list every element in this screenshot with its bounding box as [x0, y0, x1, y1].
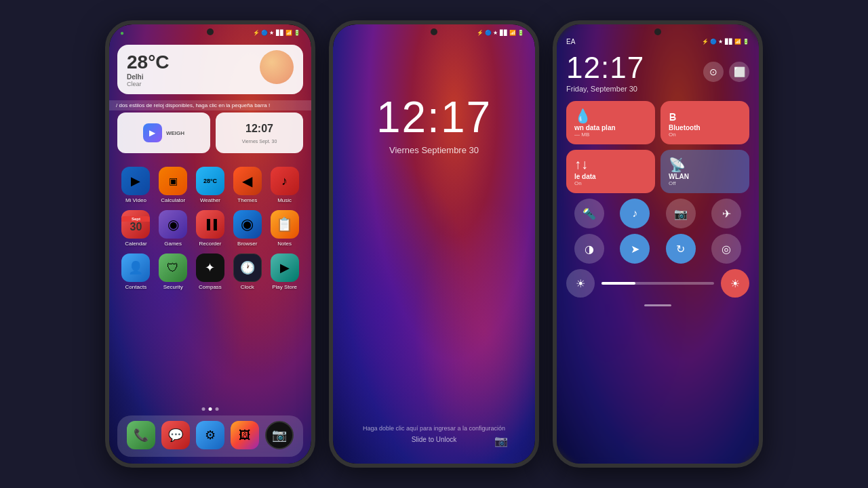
mivideo-label: Mi Video [125, 197, 146, 203]
signal-dot: ● [120, 29, 124, 37]
themes-icon: ◀ [233, 167, 262, 195]
dock-gallery[interactable]: 🖼 [231, 421, 259, 449]
status-left: ● [120, 29, 124, 37]
notch-lock [431, 28, 437, 35]
app-security[interactable]: 🛡 Security [155, 253, 191, 290]
dot-2 [209, 407, 212, 411]
dock-message[interactable]: 💬 [161, 421, 190, 449]
home-screen: ● ⚡ 🔵 ★ ▊▊ 📶 🔋 28°C Delhi Clear / dos es… [109, 24, 311, 464]
ticker-text: / dos estilos de reloj disponibles, haga… [116, 102, 270, 108]
app-contacts[interactable]: 👤 Contacts [118, 253, 153, 290]
cc-top-icons: ⊙ ⬜ [703, 62, 749, 82]
calculator-label: Calculator [161, 197, 185, 203]
mini-widgets: ▶ WEIGH 12:07 Viernes Sept. 30 [117, 113, 303, 153]
control-bg: EA ⚡ 🔵 ★ ▊▊ 📶 🔋 12:17 Friday, September … [557, 24, 759, 464]
lock-camera-icon[interactable]: 📷 [494, 434, 508, 447]
cc-tiles-row2: ↑↓ le data On 📡 WLAN Off [566, 150, 749, 193]
cc-tile-bluetooth[interactable]: ʙ Bluetooth On [660, 101, 749, 144]
recorder-icon: ▐▐ [196, 210, 224, 239]
app-calculator[interactable]: ▣ Calculator [155, 167, 191, 203]
security-icon: 🛡 [159, 253, 187, 282]
app-mivideo[interactable]: ▶ Mi Video [118, 167, 153, 203]
notch-control [654, 28, 661, 35]
recorder-label: Recorder [199, 241, 222, 247]
cc-brightness-slider[interactable] [601, 282, 714, 285]
status-icons: ⚡ 🔵 ★ ▊▊ 📶 🔋 [253, 30, 300, 36]
cc-wlan-sublabel: Off [669, 180, 741, 186]
cc-wlan-text: WLAN Off [669, 173, 741, 186]
cc-btn-sync[interactable]: ↻ [666, 234, 696, 264]
cc-brightness-high[interactable]: ☀ [721, 269, 749, 298]
compass-label: Compass [199, 284, 222, 290]
cc-btn-airplane[interactable]: ✈ [711, 199, 741, 228]
app-grid: ▶ Mi Video ▣ Calculator 28°C Weather ◀ T… [117, 167, 303, 297]
lock-bg: ⚡ 🔵 ★ ▊▊ 📶 🔋 12:17 Viernes Septiembre 30… [333, 24, 535, 464]
cc-wlan-icon: 📡 [669, 157, 686, 173]
app-playstore[interactable]: ▶ Play Store [267, 253, 302, 290]
cc-time-row: 12:17 Friday, September 30 ⊙ ⬜ [566, 51, 749, 93]
mivideo-icon: ▶ [121, 167, 150, 195]
cc-date: Friday, September 30 [566, 85, 644, 93]
dock-camera[interactable]: 📷 [265, 421, 294, 449]
games-label: Games [164, 241, 182, 247]
dock-settings[interactable]: ⚙ [196, 421, 224, 449]
cc-tile-data[interactable]: 💧 wn data plan — MB [566, 101, 655, 144]
cc-tile-bt-header: ʙ [669, 108, 741, 124]
notes-icon: 📋 [271, 210, 299, 239]
app-games[interactable]: ◉ Games [155, 210, 191, 247]
clock-label: Clock [241, 284, 254, 290]
cc-tiles-row1: 💧 wn data plan — MB ʙ Bluetooth [566, 101, 749, 144]
playstore-icon: ▶ [271, 253, 299, 282]
cc-time-date: 12:17 Friday, September 30 [566, 51, 644, 93]
cc-wlan-label: WLAN [669, 173, 741, 180]
video-widget[interactable]: ▶ WEIGH [117, 113, 210, 153]
app-themes[interactable]: ◀ Themes [230, 167, 265, 203]
clock-widget[interactable]: 12:07 Viernes Sept. 30 [216, 113, 303, 153]
cc-mdata-text: le data On [574, 173, 647, 186]
app-calendar[interactable]: Sept 30 Calendar [118, 210, 153, 247]
cc-settings-icon[interactable]: ⊙ [703, 62, 724, 82]
app-clock[interactable]: 🕐 Clock [230, 253, 265, 290]
cc-tile-mobiledata[interactable]: ↑↓ le data On [566, 150, 655, 193]
phone-control: EA ⚡ 🔵 ★ ▊▊ 📶 🔋 12:17 Friday, September … [553, 20, 763, 468]
app-compass[interactable]: ✦ Compass [193, 253, 228, 290]
cc-btn-location[interactable]: ➤ [620, 234, 650, 264]
games-icon: ◉ [159, 210, 187, 239]
cc-small-row1: 🔦 ♪ 📷 ✈ [566, 199, 749, 228]
cc-tile-data-header: 💧 [574, 108, 647, 124]
cc-btn-music[interactable]: ♪ [620, 199, 650, 228]
themes-label: Themes [237, 197, 257, 203]
weather-widget[interactable]: 28°C Delhi Clear [117, 45, 303, 94]
cc-brightness-row: ☀ ☀ [566, 269, 749, 298]
app-browser[interactable]: ◉ Browser [230, 210, 265, 247]
cc-data-sublabel: — MB [574, 131, 647, 138]
cc-handle [644, 304, 671, 306]
cc-tile-wlan[interactable]: 📡 WLAN Off [660, 150, 749, 193]
app-row-2: Sept 30 Calendar ◉ Games ▐▐ Recorder [117, 210, 303, 247]
cc-btn-torch[interactable]: 🔦 [574, 199, 604, 228]
app-recorder[interactable]: ▐▐ Recorder [193, 210, 228, 247]
ticker-bar: / dos estilos de reloj disponibles, haga… [109, 100, 311, 110]
home-bg: ● ⚡ 🔵 ★ ▊▊ 📶 🔋 28°C Delhi Clear / dos es… [109, 24, 311, 464]
phone-lock: ⚡ 🔵 ★ ▊▊ 📶 🔋 12:17 Viernes Septiembre 30… [329, 20, 539, 468]
cc-mdata-label: le data [574, 173, 647, 180]
cc-bt-sublabel: On [669, 131, 741, 138]
widget-clock-time: 12:07 [245, 123, 273, 135]
cc-small-row2: ◑ ➤ ↻ ◎ [566, 234, 749, 264]
app-notes[interactable]: 📋 Notes [267, 210, 302, 247]
cc-btn-invert[interactable]: ◑ [574, 234, 604, 264]
app-row-1: ▶ Mi Video ▣ Calculator 28°C Weather ◀ T… [117, 167, 303, 203]
notes-label: Notes [277, 241, 292, 247]
app-music[interactable]: ♪ Music [267, 167, 302, 203]
cc-btn-focus[interactable]: ◎ [711, 234, 741, 264]
app-weather[interactable]: 28°C Weather [193, 167, 228, 203]
cc-btn-camera2[interactable]: 📷 [666, 199, 696, 228]
cc-brightness-low[interactable]: ☀ [566, 269, 595, 298]
browser-label: Browser [237, 241, 257, 247]
cc-edit-icon[interactable]: ⬜ [729, 62, 749, 82]
dock-phone[interactable]: 📞 [127, 421, 155, 449]
cc-time: 12:17 [566, 51, 644, 85]
compass-icon: ✦ [196, 253, 224, 282]
status-right: ⚡ 🔵 ★ ▊▊ 📶 🔋 [253, 30, 300, 36]
weather-label: Weather [200, 197, 220, 203]
